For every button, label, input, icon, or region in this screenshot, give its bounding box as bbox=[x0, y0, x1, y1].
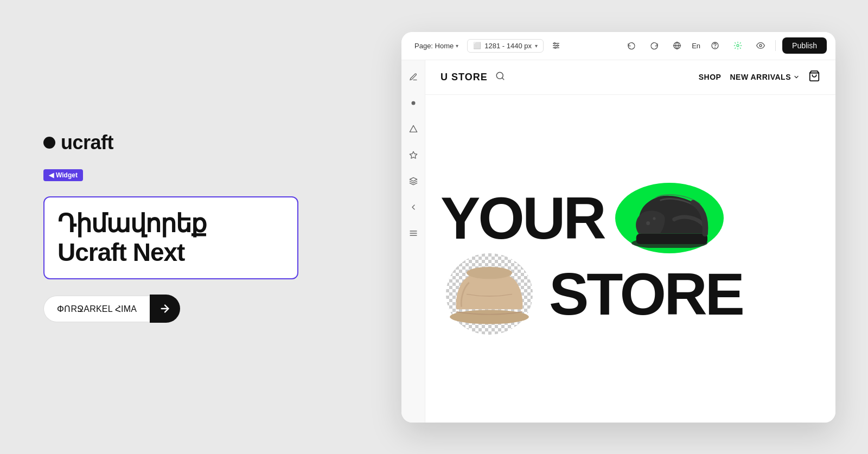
hero-row-2: STORE bbox=[441, 251, 820, 337]
hat-image bbox=[443, 259, 535, 335]
browser-mockup: Page: Home ▾ ⬜ 1281 - 1440 px ▾ bbox=[401, 32, 835, 423]
globe-icon-btn[interactable] bbox=[669, 37, 685, 54]
sliders-icon bbox=[552, 41, 560, 50]
hero-hat-area bbox=[441, 251, 538, 337]
svg-point-24 bbox=[646, 221, 650, 225]
pen-tool-icon[interactable] bbox=[405, 69, 422, 85]
monitor-icon: ⬜ bbox=[473, 42, 481, 49]
widget-badge-row: ◀ Widget bbox=[43, 169, 331, 181]
hero-section: YOUR bbox=[425, 95, 835, 423]
help-button[interactable] bbox=[707, 37, 723, 54]
globe-icon bbox=[673, 41, 681, 50]
publish-button[interactable]: Publish bbox=[782, 37, 827, 54]
site-logo-area: U STORE bbox=[441, 71, 505, 84]
settings-button[interactable] bbox=[730, 37, 746, 54]
svg-marker-13 bbox=[410, 125, 417, 132]
headline-line1: Դիմավորեք bbox=[58, 209, 206, 238]
help-icon bbox=[711, 41, 719, 50]
menu-icon[interactable] bbox=[405, 225, 422, 241]
website-preview: U STORE SHOP NEW ARRIVALS bbox=[425, 60, 835, 423]
logo-dot-icon bbox=[43, 137, 55, 149]
widget-badge: ◀ Widget bbox=[43, 169, 83, 181]
svg-rect-23 bbox=[636, 233, 707, 244]
svg-point-4 bbox=[554, 43, 556, 44]
gear-icon bbox=[733, 41, 742, 50]
preview-button[interactable] bbox=[752, 37, 769, 54]
back-icon[interactable] bbox=[405, 199, 422, 215]
svg-point-5 bbox=[557, 45, 558, 47]
cta-label: ՓՈRՋARKEL ՀIMA bbox=[43, 296, 150, 322]
undo-button[interactable] bbox=[623, 37, 640, 54]
hero-store-text: STORE bbox=[549, 264, 743, 324]
dot-icon[interactable] bbox=[405, 95, 422, 111]
svg-point-26 bbox=[450, 310, 529, 324]
site-navbar: U STORE SHOP NEW ARRIVALS bbox=[425, 60, 835, 95]
headline-line2: Ucraft Next bbox=[58, 238, 184, 266]
svg-marker-15 bbox=[410, 177, 417, 181]
toolbar-left: Page: Home ▾ ⬜ 1281 - 1440 px ▾ bbox=[410, 37, 564, 54]
arrow-right-icon bbox=[159, 303, 171, 315]
svg-point-27 bbox=[467, 266, 512, 278]
hero-shoe-blob bbox=[615, 180, 724, 256]
star-icon[interactable] bbox=[405, 147, 422, 163]
svg-point-12 bbox=[411, 101, 415, 105]
main-container: ucraft ◀ Widget Դիմավորեք Ucraft Next ՓՈ… bbox=[0, 0, 868, 454]
eye-icon bbox=[756, 41, 765, 50]
redo-button[interactable] bbox=[646, 37, 662, 54]
page-label: Page: Home bbox=[414, 42, 454, 50]
undo-icon bbox=[627, 41, 636, 50]
svg-line-20 bbox=[502, 78, 503, 79]
brand-name: ucraft bbox=[61, 131, 113, 154]
cta-arrow-button[interactable] bbox=[150, 295, 180, 323]
editor-sidebar bbox=[401, 60, 425, 423]
cta-button[interactable]: ՓՈRՋARKEL ՀIMA bbox=[43, 295, 180, 323]
redo-icon bbox=[650, 41, 659, 50]
triangle-icon[interactable] bbox=[405, 121, 422, 137]
headline-text: Դիմավորեք Ucraft Next bbox=[58, 209, 284, 267]
adjust-icon-btn[interactable] bbox=[548, 37, 564, 54]
resolution-value: 1281 - 1440 px bbox=[484, 42, 532, 50]
layers-icon[interactable] bbox=[405, 173, 422, 189]
site-nav-new-arrivals[interactable]: NEW ARRIVALS bbox=[730, 73, 800, 81]
svg-marker-14 bbox=[410, 151, 417, 158]
widget-badge-arrow-icon: ◀ bbox=[49, 171, 54, 179]
site-search-icon[interactable] bbox=[495, 71, 505, 84]
left-side: ucraft ◀ Widget Դիմավորեք Ucraft Next ՓՈ… bbox=[43, 131, 331, 323]
resolution-selector[interactable]: ⬜ 1281 - 1440 px ▾ bbox=[467, 39, 544, 53]
site-logo: U STORE bbox=[441, 72, 488, 83]
site-nav-right: SHOP NEW ARRIVALS bbox=[699, 70, 820, 85]
chevron-down-icon: ▾ bbox=[456, 43, 458, 49]
page-selector[interactable]: Page: Home ▾ bbox=[410, 40, 463, 52]
toolbar-divider bbox=[775, 40, 776, 51]
svg-point-10 bbox=[737, 44, 739, 47]
browser-toolbar: Page: Home ▾ ⬜ 1281 - 1440 px ▾ bbox=[401, 32, 835, 60]
svg-point-6 bbox=[554, 47, 556, 49]
cart-icon[interactable] bbox=[808, 70, 820, 85]
language-label: En bbox=[692, 42, 700, 50]
hero-row-1: YOUR bbox=[441, 180, 820, 256]
svg-point-9 bbox=[715, 47, 716, 48]
svg-point-11 bbox=[760, 44, 762, 47]
site-nav-shop[interactable]: SHOP bbox=[699, 73, 722, 81]
svg-point-25 bbox=[653, 217, 655, 220]
browser-content: U STORE SHOP NEW ARRIVALS bbox=[401, 60, 835, 423]
headline-box: Դիմավորեք Ucraft Next bbox=[43, 196, 298, 280]
chevron-down-icon: ▾ bbox=[535, 43, 538, 49]
widget-badge-label: Widget bbox=[56, 171, 78, 179]
logo-area: ucraft bbox=[43, 131, 331, 154]
shoe-image bbox=[621, 172, 718, 248]
toolbar-middle: En bbox=[623, 37, 827, 54]
dropdown-arrow-icon bbox=[793, 74, 800, 80]
hero-your-text: YOUR bbox=[441, 188, 604, 248]
